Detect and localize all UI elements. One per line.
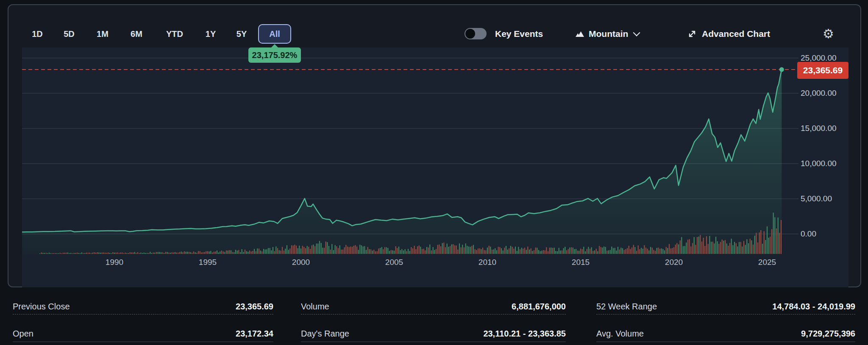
percent-change-tooltip: 23,175.92% <box>248 47 301 63</box>
stat-value: 9,729,275,396 <box>801 329 855 339</box>
stats-column-3: 52 Week Range 14,784.03 - 24,019.99 Avg.… <box>596 0 855 47</box>
stat-row-previous-close: Previous Close 23,365.69 <box>13 299 273 314</box>
stat-row-avg-volume: Avg. Volume 9,729,275,396 <box>596 326 855 342</box>
price-volume-chart[interactable] <box>22 47 849 287</box>
stat-value: 23,365.69 <box>236 302 273 312</box>
current-price-dot <box>779 67 784 72</box>
stats-column-2: Volume 6,881,676,000 Day's Range 23,110.… <box>301 0 566 47</box>
stat-label: Avg. Volume <box>596 329 644 339</box>
current-price-value: 23,365.69 <box>803 65 843 75</box>
y-axis-label: 0.00 <box>801 229 816 239</box>
stat-value: 6,881,676,000 <box>512 302 566 312</box>
divider <box>301 342 566 342</box>
stat-label: Volume <box>301 302 329 312</box>
divider <box>13 342 273 342</box>
divider <box>596 342 855 342</box>
y-axis-label: 25,000.00 <box>801 53 837 63</box>
y-axis-label: 10,000.00 <box>801 159 837 168</box>
x-axis-label: 2010 <box>468 258 506 267</box>
x-axis-label: 2000 <box>282 258 320 267</box>
stat-row-volume: Volume 6,881,676,000 <box>301 299 566 314</box>
x-axis-label: 2025 <box>748 258 786 267</box>
area-fill <box>22 70 782 254</box>
stat-value: 23,172.34 <box>236 329 273 339</box>
x-axis-label: 2015 <box>562 258 600 267</box>
y-axis-label: 5,000.00 <box>801 194 832 203</box>
x-axis-label: 1995 <box>189 258 227 267</box>
stat-label: Previous Close <box>13 302 70 312</box>
stat-row-open: Open 23,172.34 <box>13 326 273 342</box>
stat-label: 52 Week Range <box>596 302 657 312</box>
percent-change-value: 23,175.92% <box>252 50 298 60</box>
x-axis-label: 2005 <box>375 258 413 267</box>
stat-row-days-range: Day's Range 23,110.21 - 23,363.85 <box>301 326 566 342</box>
current-price-badge: 23,365.69 <box>797 62 849 79</box>
x-axis-label: 1990 <box>95 258 134 267</box>
mountain-icon <box>575 31 584 37</box>
stats-column-1: Previous Close 23,365.69 Open 23,172.34 <box>13 0 273 47</box>
stat-value: 23,110.21 - 23,363.85 <box>483 329 566 339</box>
stat-value: 14,784.03 - 24,019.99 <box>772 302 855 312</box>
x-axis-label: 2020 <box>655 258 693 267</box>
y-axis-label: 15,000.00 <box>801 124 837 133</box>
y-axis-label: 20,000.00 <box>801 89 837 98</box>
stat-label: Open <box>13 329 33 339</box>
stat-label: Day's Range <box>301 329 349 339</box>
stat-row-52-week-range: 52 Week Range 14,784.03 - 24,019.99 <box>596 299 855 314</box>
